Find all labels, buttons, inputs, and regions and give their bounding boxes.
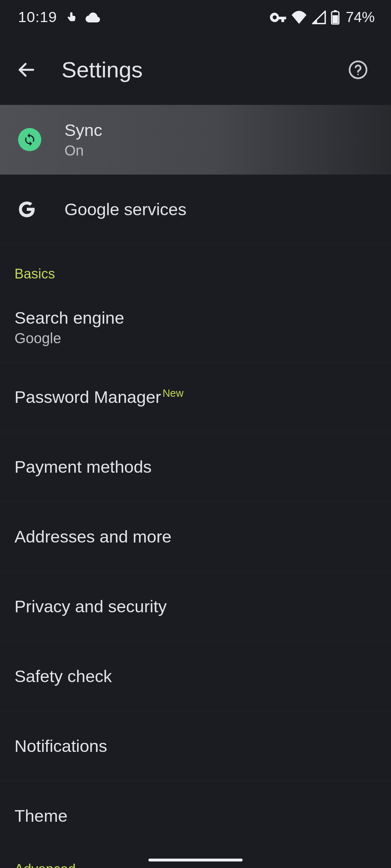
battery-percentage: 74% bbox=[346, 9, 375, 25]
new-badge: New bbox=[163, 387, 184, 399]
wifi-icon bbox=[291, 11, 307, 24]
addresses-title: Addresses and more bbox=[14, 527, 172, 546]
help-button[interactable] bbox=[338, 50, 378, 90]
theme-title: Theme bbox=[14, 806, 67, 826]
svg-rect-1 bbox=[334, 10, 337, 12]
svg-point-4 bbox=[350, 61, 367, 78]
status-bar: 10:19 74% bbox=[0, 0, 391, 34]
sync-icon bbox=[18, 128, 41, 151]
google-services-title: Google services bbox=[64, 200, 186, 219]
vpn-key-icon bbox=[270, 13, 286, 22]
password-manager-title: Password ManagerNew bbox=[14, 387, 184, 407]
payment-methods-title: Payment methods bbox=[14, 457, 152, 477]
cloud-icon bbox=[85, 12, 101, 23]
status-clock: 10:19 bbox=[18, 9, 57, 26]
settings-item-google-services[interactable]: Google services bbox=[0, 175, 391, 244]
signal-icon bbox=[312, 10, 326, 24]
search-engine-subtitle: Google bbox=[14, 330, 124, 346]
page-title: Settings bbox=[62, 57, 323, 82]
section-header-basics: Basics bbox=[0, 244, 391, 293]
sync-subtitle: On bbox=[64, 142, 102, 159]
notifications-title: Notifications bbox=[14, 736, 107, 756]
back-button[interactable] bbox=[7, 50, 46, 90]
settings-item-safety-check[interactable]: Safety check bbox=[0, 642, 391, 711]
app-bar: Settings bbox=[0, 34, 391, 105]
google-icon bbox=[17, 200, 36, 219]
settings-item-addresses[interactable]: Addresses and more bbox=[0, 502, 391, 572]
settings-item-search-engine[interactable]: Search engine Google bbox=[0, 293, 391, 362]
settings-item-payment-methods[interactable]: Payment methods bbox=[0, 432, 391, 502]
settings-item-theme[interactable]: Theme bbox=[0, 781, 391, 851]
arrow-left-icon bbox=[16, 60, 37, 80]
battery-icon bbox=[331, 10, 340, 25]
settings-item-notifications[interactable]: Notifications bbox=[0, 711, 391, 781]
settings-item-password-manager[interactable]: Password ManagerNew bbox=[0, 362, 391, 432]
sync-title: Sync bbox=[64, 120, 102, 140]
svg-point-5 bbox=[357, 73, 359, 75]
safety-check-title: Safety check bbox=[14, 667, 112, 686]
settings-item-sync[interactable]: Sync On bbox=[0, 105, 391, 175]
home-indicator[interactable] bbox=[148, 859, 243, 861]
svg-rect-2 bbox=[332, 15, 338, 24]
help-icon bbox=[348, 60, 368, 80]
settings-item-privacy[interactable]: Privacy and security bbox=[0, 572, 391, 642]
privacy-title: Privacy and security bbox=[14, 597, 167, 616]
touch-icon bbox=[64, 10, 78, 24]
search-engine-title: Search engine bbox=[14, 308, 124, 328]
